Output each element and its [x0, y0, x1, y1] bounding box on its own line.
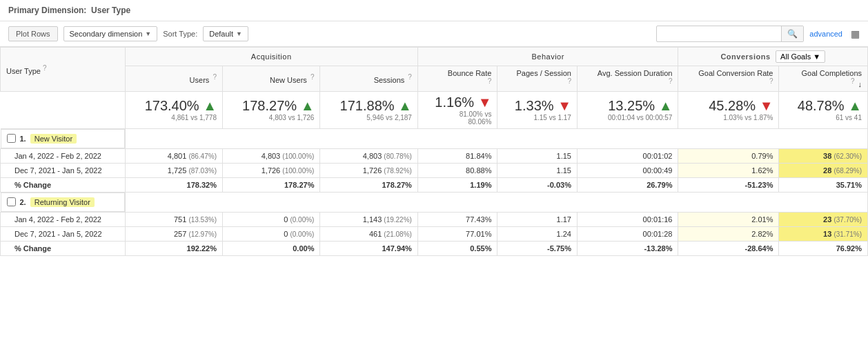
sessions-help-icon[interactable]: ? — [408, 73, 412, 81]
nv-change-new-users: 178.27% — [222, 177, 319, 192]
sort-down-icon: ↓ — [858, 80, 862, 88]
summary-row: 173.40% ▲ 4,861 vs 1,778 178.27% ▲ 4,803… — [1, 91, 868, 128]
new-visitor-date1-row: Jan 4, 2022 - Feb 2, 2022 4,801 (86.47%)… — [1, 148, 868, 163]
rv-change-bounce-rate: 0.55% — [417, 241, 497, 255]
new-visitor-label[interactable]: New Visitor — [30, 134, 77, 144]
nv-d2-new-users: 1,726 (100.00%) — [222, 163, 319, 177]
nv-d1-pages-session: 1.15 — [497, 148, 578, 163]
nv-d1-bounce-rate: 81.84% — [417, 148, 497, 163]
rv-change-goal-completions: 76.92% — [779, 241, 868, 255]
primary-dimension-label: Primary Dimension: — [8, 6, 86, 15]
goal-completions-help-icon[interactable]: ? — [851, 77, 855, 85]
rv-change-pages-session: -5.75% — [497, 241, 578, 255]
new-visitor-change-label: % Change — [1, 177, 126, 192]
nv-change-pages-session: -0.03% — [497, 177, 578, 192]
analytics-table: User Type ? Acquisition Behavior Convers… — [0, 47, 868, 256]
returning-visitor-type-row: 2. Returning Visitor — [1, 192, 868, 212]
rv-d2-pages-session: 1.24 — [497, 226, 578, 241]
summary-bounce-rate: 1.16% ▼ 81.00% vs 80.06% — [417, 91, 497, 128]
nv-d2-goal-conv-rate: 1.62% — [678, 163, 779, 177]
chevron-down-icon-goals: ▼ — [813, 52, 820, 61]
rv-d2-avg-session: 00:01:28 — [577, 226, 678, 241]
rv-d1-pages-session: 1.17 — [497, 212, 578, 226]
summary-avg-session: 13.25% ▲ 00:01:04 vs 00:00:57 — [577, 91, 678, 128]
rv-d1-users: 751 (13.53%) — [125, 212, 222, 226]
new-visitor-change-row: % Change 178.32% 178.27% 178.27% 1.19% -… — [1, 177, 868, 192]
plot-rows-button[interactable]: Plot Rows — [8, 26, 58, 41]
section-header-row: User Type ? Acquisition Behavior Convers… — [1, 48, 868, 66]
secondary-dimension-dropdown[interactable]: Secondary dimension ▼ — [63, 26, 158, 41]
summary-new-users: 178.27% ▲ 4,803 vs 1,726 — [222, 91, 319, 128]
search-input[interactable] — [657, 27, 781, 41]
nv-d1-avg-session: 00:01:02 — [577, 148, 678, 163]
rv-d2-sessions: 461 (21.08%) — [320, 226, 417, 241]
summary-goal-conv-rate: 45.28% ▼ 1.03% vs 1.87% — [678, 91, 779, 128]
users-header[interactable]: Users ? — [125, 66, 222, 92]
new-visitor-number: 1. — [20, 135, 26, 143]
new-users-header[interactable]: New Users ? — [222, 66, 319, 92]
pages-session-help-icon[interactable]: ? — [567, 77, 571, 85]
summary-pages-session: 1.33% ▼ 1.15 vs 1.17 — [497, 91, 578, 128]
nv-d2-sessions: 1,726 (78.92%) — [320, 163, 417, 177]
sessions-header[interactable]: Sessions ? — [320, 66, 417, 92]
returning-visitor-date1-row: Jan 4, 2022 - Feb 2, 2022 751 (13.53%) 0… — [1, 212, 868, 226]
goal-conv-rate-help-icon[interactable]: ? — [769, 77, 773, 85]
avg-session-help-icon[interactable]: ? — [669, 77, 673, 85]
rv-d2-goal-conv-rate: 2.82% — [678, 226, 779, 241]
summary-goal-completions: 48.78% ▲ 61 vs 41 — [779, 91, 868, 128]
chevron-down-icon: ▼ — [145, 30, 151, 37]
new-visitor-cell: 1. New Visitor — [1, 129, 125, 148]
all-goals-dropdown[interactable]: All Goals ▼ — [776, 50, 825, 63]
rv-d2-new-users: 0 (0.00%) — [222, 226, 319, 241]
help-icon[interactable]: ? — [43, 64, 47, 72]
nv-d2-users: 1,725 (87.03%) — [125, 163, 222, 177]
returning-visitor-label[interactable]: Returning Visitor — [30, 197, 95, 207]
new-users-help-icon[interactable]: ? — [310, 73, 315, 81]
secondary-dimension-label: Secondary dimension — [70, 30, 143, 38]
nv-d1-sessions: 4,803 (80.78%) — [320, 148, 417, 163]
goal-conv-rate-header[interactable]: Goal Conversion Rate ? — [678, 66, 779, 92]
new-visitor-date1-label: Jan 4, 2022 - Feb 2, 2022 — [1, 148, 126, 163]
rv-d2-goal-completions: 13 (31.71%) — [779, 226, 868, 241]
users-help-icon[interactable]: ? — [213, 73, 217, 81]
goal-completions-header[interactable]: Goal Completions ? ↓ — [779, 66, 868, 92]
nv-d1-goal-conv-rate: 0.79% — [678, 148, 779, 163]
advanced-link[interactable]: advanced — [809, 30, 842, 38]
summary-users: 173.40% ▲ 4,861 vs 1,778 — [125, 91, 222, 128]
returning-visitor-checkbox[interactable] — [7, 197, 16, 206]
new-visitor-date2-row: Dec 7, 2021 - Jan 5, 2022 1,725 (87.03%)… — [1, 163, 868, 177]
nv-change-users: 178.32% — [125, 177, 222, 192]
nv-d2-bounce-rate: 80.88% — [417, 163, 497, 177]
returning-visitor-change-row: % Change 192.22% 0.00% 147.94% 0.55% -5.… — [1, 241, 868, 255]
rv-d1-bounce-rate: 77.43% — [417, 212, 497, 226]
avg-session-header[interactable]: Avg. Session Duration ? — [577, 66, 678, 92]
nv-d1-new-users: 4,803 (100.00%) — [222, 148, 319, 163]
bounce-rate-header[interactable]: Bounce Rate ? — [417, 66, 497, 92]
sort-type-label: Sort Type: — [163, 30, 197, 38]
rv-change-avg-session: -13.28% — [577, 241, 678, 255]
bounce-rate-help-icon[interactable]: ? — [488, 77, 492, 85]
primary-dimension-value: User Type — [91, 6, 130, 15]
pages-session-header[interactable]: Pages / Session ? — [497, 66, 578, 92]
summary-sessions: 171.88% ▲ 5,946 vs 2,187 — [320, 91, 417, 128]
rv-change-sessions: 147.94% — [320, 241, 417, 255]
toolbar: Plot Rows Secondary dimension ▼ Sort Typ… — [0, 21, 868, 47]
acquisition-header: Acquisition — [125, 48, 417, 66]
grid-icon[interactable]: ▦ — [851, 28, 860, 39]
search-box: 🔍 — [656, 26, 804, 42]
returning-visitor-cell: 2. Returning Visitor — [1, 193, 125, 212]
sort-default-dropdown[interactable]: Default ▼ — [203, 26, 248, 41]
nv-d2-avg-session: 00:00:49 — [577, 163, 678, 177]
rv-d1-goal-conv-rate: 2.01% — [678, 212, 779, 226]
rv-date2-label: Dec 7, 2021 - Jan 5, 2022 — [1, 226, 126, 241]
sort-default-label: Default — [209, 30, 233, 38]
rv-d1-goal-completions: 23 (37.70%) — [779, 212, 868, 226]
metric-header-row: Users ? New Users ? Sessions ? Bounce Ra… — [1, 66, 868, 92]
rv-d1-new-users: 0 (0.00%) — [222, 212, 319, 226]
nv-change-sessions: 178.27% — [320, 177, 417, 192]
user-type-header: User Type ? — [1, 48, 126, 92]
search-button[interactable]: 🔍 — [781, 26, 803, 41]
new-visitor-checkbox[interactable] — [7, 134, 16, 143]
rv-d2-users: 257 (12.97%) — [125, 226, 222, 241]
new-visitor-type-row: 1. New Visitor — [1, 128, 868, 148]
